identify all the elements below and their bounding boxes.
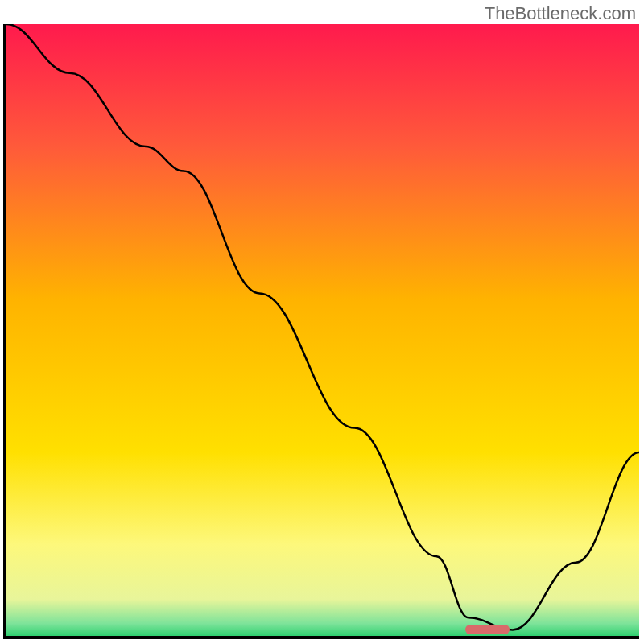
optimal-range-marker	[465, 625, 510, 634]
chart-plot-area	[3, 24, 639, 639]
watermark-text: TheBottleneck.com	[485, 3, 636, 24]
bottleneck-curve	[6, 24, 639, 636]
